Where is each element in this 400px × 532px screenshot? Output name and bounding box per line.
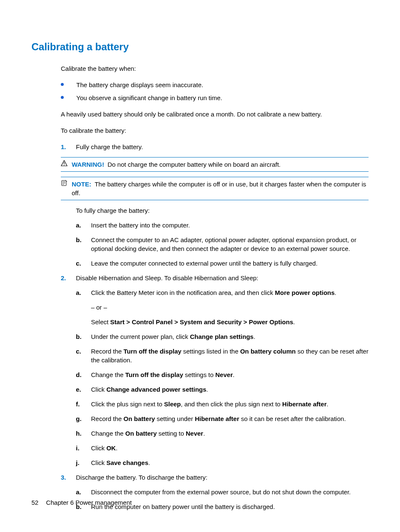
sub-step: h. Change the On battery setting to Neve…	[76, 429, 369, 438]
intro-paragraph: Calibrate the battery when:	[61, 64, 369, 73]
sub-step: a. Click the Battery Meter icon in the n…	[76, 288, 369, 326]
step-3: 3. Discharge the battery. To discharge t…	[61, 473, 369, 482]
warning-body: WARNING!Do not charge the computer batte…	[72, 160, 369, 169]
sub-step-label: b.	[76, 235, 91, 253]
sub-step-text: Disconnect the computer from the externa…	[91, 488, 369, 496]
sub-step: e. Click Change advanced power settings.	[76, 385, 369, 394]
note-text: The battery charges while the computer i…	[72, 181, 366, 196]
warning-icon	[61, 160, 69, 169]
step-text: Discharge the battery. To discharge the …	[76, 473, 369, 482]
sub-step: j. Click Save changes.	[76, 458, 369, 467]
svg-point-1	[64, 165, 65, 165]
sub-intro: To fully charge the battery:	[76, 206, 369, 215]
sub-step-text: Under the current power plan, click Chan…	[91, 332, 369, 341]
step-2: 2. Disable Hibernation and Sleep. To dis…	[61, 274, 369, 282]
page-number: 52	[31, 499, 39, 506]
page-footer: 52 Chapter 6 Power management	[31, 498, 132, 507]
step-number: 3.	[61, 473, 76, 482]
step-1: 1. Fully charge the battery.	[61, 142, 369, 151]
sub-step-text: Click Save changes.	[91, 458, 369, 467]
sub-step-label: g.	[76, 414, 91, 423]
sub-step: c. Record the Turn off the display setti…	[76, 347, 369, 364]
chapter-label: Chapter 6 Power management	[46, 499, 132, 506]
bullet-text: You observe a significant change in batt…	[76, 93, 222, 102]
sub-list: a. Click the Battery Meter icon in the n…	[76, 288, 369, 467]
sub-step-text: Insert the battery into the computer.	[91, 221, 369, 230]
sub-step: g. Record the On battery setting under H…	[76, 414, 369, 423]
sub-step-label: e.	[76, 385, 91, 394]
sub-step-label: c.	[76, 347, 91, 364]
sub-step-text: Run the computer on battery power until …	[91, 502, 369, 511]
sub-step-label: f.	[76, 400, 91, 408]
bullet-item: The battery charge displays seem inaccur…	[61, 80, 369, 89]
sub-step: c. Leave the computer connected to exter…	[76, 259, 369, 268]
sub-step-text: Click the plus sign next to Sleep, and t…	[91, 400, 369, 408]
paragraph: To calibrate the battery:	[61, 126, 369, 135]
sub-step: f. Click the plus sign next to Sleep, an…	[76, 400, 369, 408]
bullet-item: You observe a significant change in batt…	[61, 93, 369, 102]
step-text: Fully charge the battery.	[76, 142, 369, 151]
bullet-list: The battery charge displays seem inaccur…	[61, 80, 369, 102]
warning-callout: WARNING!Do not charge the computer batte…	[61, 157, 369, 172]
sub-step-label: a.	[76, 488, 91, 496]
step-text: Disable Hibernation and Sleep. To disabl…	[76, 274, 369, 282]
bullet-text: The battery charge displays seem inaccur…	[76, 80, 203, 89]
sub-step-text: Click Change advanced power settings.	[91, 385, 369, 394]
warning-label: WARNING!	[72, 161, 104, 168]
main-content: Calibrate the battery when: The battery …	[61, 64, 369, 511]
sub-step-label: i.	[76, 444, 91, 452]
sub-step: a. Insert the battery into the computer.	[76, 221, 369, 230]
sub-step-text: Change the On battery setting to Never.	[91, 429, 369, 438]
bullet-icon	[61, 96, 64, 99]
or-separator: – or –	[91, 303, 369, 312]
sub-step-label: j.	[76, 458, 91, 467]
note-callout: NOTE:The battery charges while the compu…	[61, 177, 369, 200]
sub-step-text: Leave the computer connected to external…	[91, 259, 369, 268]
note-body: NOTE:The battery charges while the compu…	[72, 180, 369, 197]
sub-step-label: a.	[76, 221, 91, 230]
sub-step-label: d.	[76, 370, 91, 379]
sub-step-text: Record the Turn off the display settings…	[91, 347, 369, 364]
sub-step-text: Record the On battery setting under Hibe…	[91, 414, 369, 423]
warning-text: Do not charge the computer battery while…	[108, 161, 281, 168]
sub-step-text: Click OK.	[91, 444, 369, 452]
sub-step-label: a.	[76, 288, 91, 326]
note-icon	[61, 180, 69, 197]
sub-step: b. Connect the computer to an AC adapter…	[76, 235, 369, 253]
sub-list: a. Insert the battery into the computer.…	[76, 221, 369, 268]
sub-step: a. Disconnect the computer from the exte…	[76, 488, 369, 496]
sub-step-label: b.	[76, 332, 91, 341]
sub-step-text: Connect the computer to an AC adapter, o…	[91, 235, 369, 253]
sub-step-text: Click the Battery Meter icon in the noti…	[91, 288, 369, 326]
sub-step: b. Under the current power plan, click C…	[76, 332, 369, 341]
step-number: 2.	[61, 274, 76, 282]
step-number: 1.	[61, 142, 76, 151]
sub-step: i. Click OK.	[76, 444, 369, 452]
page-title: Calibrating a battery	[31, 40, 369, 54]
sub-step-text: Change the Turn off the display settings…	[91, 370, 369, 379]
sub-step-label: h.	[76, 429, 91, 438]
bullet-icon	[61, 83, 64, 86]
paragraph: A heavily used battery should only be ca…	[61, 110, 369, 119]
note-label: NOTE:	[72, 181, 91, 188]
sub-step: d. Change the Turn off the display setti…	[76, 370, 369, 379]
sub-step-label: c.	[76, 259, 91, 268]
